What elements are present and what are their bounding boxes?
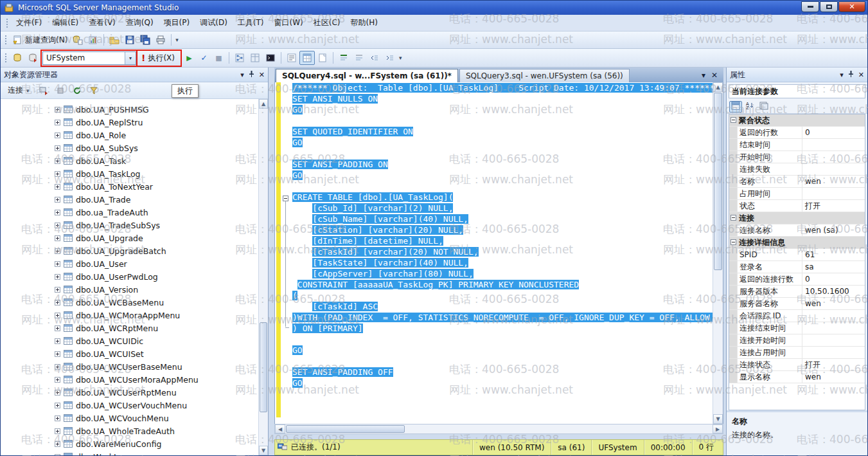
property-section-row[interactable]: 连接 [729, 212, 865, 224]
expand-plus-icon[interactable] [55, 120, 60, 125]
new-query-button[interactable]: 新建查询(N) [10, 33, 70, 47]
code-line[interactable]: ( [292, 290, 713, 301]
menu-item[interactable]: 帮助(H) [346, 15, 383, 31]
expand-plus-icon[interactable] [55, 107, 60, 113]
tree-item-table[interactable]: dbo.UA_Trade [1, 193, 268, 206]
property-row[interactable]: 连接名称wen (sa) [729, 224, 865, 237]
property-row[interactable]: 状态打开 [729, 200, 865, 212]
panel-splitter[interactable] [269, 68, 274, 455]
expand-plus-icon[interactable] [55, 158, 60, 164]
expand-plus-icon[interactable] [55, 197, 60, 203]
tree-item-table[interactable]: dbo.UA_WCUserRptMenu [1, 386, 268, 399]
expand-plus-icon[interactable] [55, 223, 60, 228]
tree-item-table[interactable]: dbo.UA_SubSys [1, 141, 268, 154]
scroll-down-icon[interactable]: ▼ [259, 446, 268, 455]
expand-plus-icon[interactable] [55, 441, 60, 447]
code-line[interactable]: SET QUOTED_IDENTIFIER ON [292, 126, 713, 137]
menu-item[interactable]: 编辑(E) [47, 15, 84, 31]
expand-plus-icon[interactable] [55, 287, 60, 293]
code-line[interactable]: SET ANSI_PADDING OFF [292, 367, 713, 378]
code-line[interactable]: )WITH (PAD_INDEX = OFF, STATISTICS_NOREC… [292, 312, 713, 323]
expand-plus-icon[interactable] [55, 300, 60, 306]
tree-item-table[interactable]: dbo.UA_ReplStru [1, 116, 268, 129]
property-section-row[interactable]: 连接详细信息 [729, 237, 865, 249]
code-line[interactable]: [cSub_Name] [varchar](40) NULL, [292, 214, 713, 224]
code-line[interactable]: GO [292, 104, 713, 115]
editor-tab[interactable]: SQLQuery4.sql - w...FSystem (sa (61))* [276, 69, 458, 82]
alphabetical-button[interactable]: AZ [743, 101, 756, 113]
expand-plus-icon[interactable] [55, 132, 60, 138]
oe-connect-button[interactable]: 连接 ▾ [4, 84, 35, 98]
code-line[interactable] [292, 388, 713, 399]
expand-plus-icon[interactable] [55, 454, 60, 456]
scroll-up-icon[interactable]: ▲ [713, 82, 723, 92]
cancel-query-button[interactable]: ■ [211, 51, 226, 65]
scroll-down-icon[interactable]: ▼ [713, 414, 723, 424]
toolbar-grip[interactable] [4, 53, 7, 63]
editor-horizontal-scrollbar[interactable]: ◀ ▶ [274, 424, 723, 434]
expand-plus-icon[interactable] [55, 428, 60, 434]
properties-header[interactable]: 属性 ▾ ✕ [727, 68, 867, 82]
menu-item[interactable]: 查看(V) [84, 15, 121, 31]
toolbar-overflow-icon[interactable]: ▾ [174, 37, 180, 43]
maximize-button[interactable] [820, 1, 838, 12]
print-button[interactable] [153, 33, 168, 47]
code-line[interactable]: [cAppServer] [varchar](80) NULL, [292, 268, 713, 279]
menu-item[interactable]: 查询(Q) [121, 15, 159, 31]
document-list-icon[interactable]: ▾ [702, 71, 705, 80]
code-line[interactable] [292, 334, 713, 345]
tree-item-table[interactable]: dbo.WorkLog [1, 450, 268, 455]
outdent-button[interactable] [367, 51, 382, 65]
tree-item-table[interactable]: dbo.UA_User [1, 257, 268, 270]
properties-object-combobox[interactable]: 当前连接参数 [729, 84, 865, 98]
code-line[interactable]: [cTaskId] [varchar](20) NOT NULL, [292, 246, 713, 257]
property-row[interactable]: SPID61 [729, 249, 865, 261]
expand-plus-icon[interactable] [55, 325, 60, 331]
code-line[interactable]: [cTaskId] ASC [292, 301, 713, 312]
query-designer-button[interactable] [247, 51, 263, 65]
save-all-button[interactable] [137, 33, 153, 47]
menu-grip[interactable] [6, 18, 8, 28]
tree-item-table[interactable]: dbo.UA_WholeTradeAuth [1, 424, 268, 437]
property-row[interactable]: 占用时间 [729, 188, 865, 200]
expand-plus-icon[interactable] [55, 390, 60, 396]
scroll-left-icon[interactable]: ◀ [275, 424, 285, 433]
chevron-down-icon[interactable]: ▾ [125, 52, 136, 64]
categorized-button[interactable] [729, 101, 742, 113]
expand-plus-icon[interactable] [55, 171, 60, 177]
tree-item-table[interactable]: dbo.UA_TaskLog [1, 167, 268, 180]
change-connection-button[interactable] [25, 51, 40, 65]
estimated-plan-button[interactable] [232, 51, 247, 65]
tree-item-table[interactable]: dbo.UA_Upgrade [1, 232, 268, 244]
indent-button[interactable] [382, 51, 398, 65]
code-line[interactable] [292, 181, 713, 192]
save-button[interactable] [122, 33, 137, 47]
window-menu-icon[interactable]: ▾ [840, 71, 844, 79]
tree-item-table[interactable]: dbo.UA_WCVouchMenu [1, 412, 268, 424]
close-document-icon[interactable]: ✕ [711, 71, 718, 80]
property-row[interactable]: 服务器版本10.50.1600 [729, 286, 865, 298]
database-combobox[interactable]: UFSystem ▾ [42, 51, 136, 65]
property-row[interactable]: 连接占用时间 [729, 347, 865, 359]
code-line[interactable]: GO [292, 378, 713, 388]
tree-item-table[interactable]: dbo.UA_TradeSubSys [1, 219, 268, 232]
tree-item-table[interactable]: dbo.UA_Task [1, 154, 268, 167]
execute-button[interactable]: ! 执行(X) [136, 51, 180, 66]
property-row[interactable]: 显示名称wen [729, 371, 865, 383]
code-line[interactable] [292, 356, 713, 367]
property-row[interactable]: 连接结束时间 [729, 322, 865, 334]
tree-item-table[interactable]: dbo.UA_PUSHMSG [1, 103, 268, 116]
sql-editor[interactable]: /****** Object: Table [dbo].[UA_TaskLog]… [274, 82, 723, 424]
code-line[interactable]: GO [292, 345, 713, 356]
code-line[interactable] [292, 148, 713, 159]
code-line[interactable] [292, 115, 713, 126]
results-to-file-button[interactable] [315, 51, 330, 65]
results-to-text-button[interactable] [284, 51, 299, 65]
property-row[interactable]: 服务器名称wen [729, 298, 865, 310]
collapse-minus-icon[interactable] [731, 238, 736, 247]
tree-item-table[interactable]: dbo.UA_WCUserBaseMenu [1, 360, 268, 373]
tree-scrollbar[interactable]: ▲ ▼ [258, 99, 268, 455]
oe-refresh-button[interactable] [69, 84, 85, 98]
tree-item-table[interactable]: dbo.UA_WCUISet [1, 347, 268, 360]
tree-item-table[interactable]: dbo.UA_Version [1, 283, 268, 296]
